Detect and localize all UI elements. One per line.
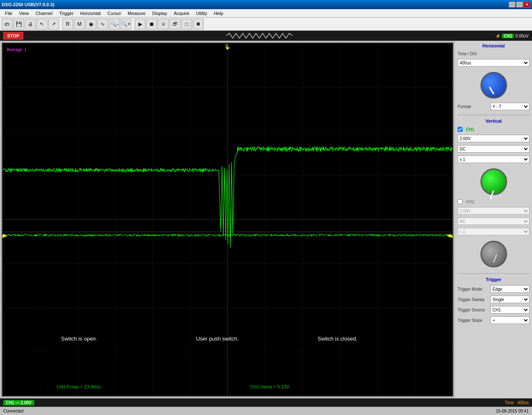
toolbar-btn-run[interactable]: ▶ (135, 19, 145, 30)
toolbar-btn-cursor-select[interactable]: ↗ (48, 19, 59, 30)
menu-item-file[interactable]: File (2, 10, 16, 17)
menu-item-horizontal[interactable]: Horizontal (77, 10, 104, 17)
nav-display (23, 32, 496, 39)
trigger-slope-label: Trigger Slope (458, 318, 489, 323)
trigger-level-left: ▶ (2, 234, 6, 238)
toolbar-btn-open[interactable]: 🗁 (2, 19, 12, 30)
right-panel: Horizontal Time / DIV 400us 100us 200us … (455, 41, 532, 398)
trigger-sweep-select[interactable]: Single Auto Normal (490, 296, 530, 303)
ch1-knob[interactable] (480, 168, 507, 195)
close-button[interactable]: ✕ (524, 2, 530, 7)
ch1-knob-area (458, 168, 530, 195)
datetime-display: 15-08-2015 09:41 (496, 409, 529, 413)
scope-canvas (2, 43, 453, 396)
vertical-section-title: Vertical (458, 119, 530, 124)
format-select[interactable]: Y - T X - Y (490, 103, 530, 110)
ch1-probe-select[interactable]: x 1 x 10 x 100 (458, 156, 530, 163)
ch1-label: CH1 (466, 127, 474, 132)
trigger-source-select[interactable]: CH1 CH2 EXT EXT/5 (490, 306, 530, 314)
very-bottom-bar: Connected 15-08-2015 09:41 (0, 407, 532, 415)
toolbar-btn-math[interactable]: ◉ (86, 19, 96, 30)
stop-button[interactable]: STOP (3, 32, 23, 40)
menu-item-cursor[interactable]: Cursor (104, 10, 124, 17)
menu-item-channel[interactable]: Channel (32, 10, 56, 17)
ch2-volt-select[interactable]: 1.00V 500mV 2.00V (458, 207, 530, 215)
v-t-divider (458, 273, 530, 274)
titlebar: DSO-2250 USB(V7.0.0.3) ─ □ ✕ (0, 0, 532, 9)
toolbar-btn-print[interactable]: 🖨 (25, 19, 36, 30)
ch1-bottom-label: CH1 — 2.00V (3, 400, 34, 405)
trigger-slope-row: Trigger Slope + - (458, 316, 530, 324)
toolbar-btn-zoom-out[interactable]: 🔍- (109, 19, 120, 30)
ch2-knob-area (458, 241, 530, 267)
time-bottom-label: Time (505, 400, 514, 405)
nav-waveform-icon (226, 32, 293, 39)
toolbar-btn-auto[interactable]: ≡ (158, 19, 169, 30)
trigger-mode-select[interactable]: Edge Pulse Video Slope (490, 285, 530, 293)
window-controls: ─ □ ✕ (509, 2, 530, 7)
ch1-check-row: CH1 (458, 127, 530, 132)
ch2-check-row: CH2 (458, 199, 530, 204)
toolbar-btn-ch1-ref[interactable]: R (62, 19, 73, 30)
toolbar-btn-recall[interactable]: □ (181, 19, 192, 30)
trigger-slope-select[interactable]: + - (490, 316, 530, 324)
trigger-level-right: ◀ (449, 234, 453, 238)
ch2-probe-select[interactable]: x 1 x 10 (458, 228, 530, 235)
toolbar-btn-cursor-normal[interactable]: ↖ (37, 19, 47, 30)
horizontal-knob-area (458, 72, 530, 99)
horizontal-section-title: Horizontal (458, 43, 530, 48)
ch1-top-value: 0.00uV (515, 34, 529, 38)
trigger-source-label: Trigger Source (458, 308, 489, 312)
ch1-volt-select[interactable]: 2.00V 500mV 1.00V 5.00V 10.0V (458, 135, 530, 142)
time-div-label: Time / DIV (458, 52, 489, 56)
ch2-probe-row: x 1 x 10 (458, 228, 530, 235)
menu-item-measure[interactable]: Measure (124, 10, 149, 17)
ch1-status: ⚡ CH1 0.00uV (495, 34, 529, 38)
toolbar-btn-save-img[interactable]: 🗗 (170, 19, 180, 30)
trigger-section-title: Trigger (458, 277, 530, 282)
toolbar-btn-zoom-in[interactable]: 🔍+ (121, 19, 131, 30)
ch1-coupling-row: DC AC GND (458, 145, 530, 153)
ch2-coupling-select[interactable]: AC DC GND (458, 217, 530, 225)
trigger-mode-row: Trigger Mode Edge Pulse Video Slope (458, 285, 530, 293)
ch1-coupling-select[interactable]: DC AC GND (458, 145, 530, 153)
ch2-knob[interactable] (480, 241, 507, 267)
ch2-volt-row: 1.00V 500mV 2.00V (458, 207, 530, 215)
trigger-sweep-label: Trigger Sweep (458, 297, 489, 302)
toolbar-btn-fft[interactable]: ∿ (97, 19, 108, 30)
minimize-button[interactable]: ─ (509, 2, 515, 7)
ch1-checkbox[interactable] (458, 127, 463, 132)
trigger-sweep-row: Trigger Sweep Single Auto Normal (458, 296, 530, 303)
maximize-button[interactable]: □ (516, 2, 523, 7)
time-bottom-display: Time 400us (505, 400, 529, 405)
ch1-icon: ⚡ (495, 34, 500, 38)
menubar: FileViewChannelTriggerHorizontalCursorMe… (0, 9, 532, 17)
toolbar-btn-measure[interactable]: M (74, 19, 85, 30)
trigger-source-row: Trigger Source CH1 CH2 EXT EXT/5 (458, 306, 530, 314)
menu-item-view[interactable]: View (16, 10, 32, 17)
time-div-row: Time / DIV (458, 52, 530, 56)
time-div-select[interactable]: 400us 100us 200us 1ms (458, 59, 530, 67)
toolbar: 🗁💾🖨↖↗RM◉∿🔍-🔍+▶⏹≡🗗□✖ (0, 17, 532, 31)
menu-item-acquire[interactable]: Acquire (170, 10, 192, 17)
menu-item-help[interactable]: Help (210, 10, 227, 17)
menu-item-display[interactable]: Display (149, 10, 170, 17)
menu-item-trigger[interactable]: Trigger (56, 10, 76, 17)
connection-status: Connected (3, 409, 23, 413)
menu-item-utility[interactable]: Utility (193, 10, 211, 17)
toolbar-btn-save[interactable]: 💾 (13, 19, 24, 30)
horizontal-knob[interactable] (480, 72, 507, 99)
time-bottom-value: 400us (517, 400, 529, 405)
scope-display: Average: 1 T ▶ ◀ Switch is open. User pu… (2, 42, 453, 397)
ch2-checkbox[interactable] (458, 199, 463, 204)
format-label: Format (458, 104, 489, 109)
trigger-t-marker: T (225, 44, 228, 49)
top-statusbar: STOP ⚡ CH1 0.00uV (0, 31, 532, 41)
ch2-label: CH2 (466, 200, 474, 204)
toolbar-btn-clear[interactable]: ✖ (193, 19, 204, 30)
h-v-divider (458, 115, 530, 115)
ch2-coupling-row: AC DC GND (458, 217, 530, 225)
format-row: Format Y - T X - Y (458, 103, 530, 110)
trigger-mode-label: Trigger Mode (458, 287, 489, 291)
toolbar-btn-stop[interactable]: ⏹ (146, 19, 157, 30)
